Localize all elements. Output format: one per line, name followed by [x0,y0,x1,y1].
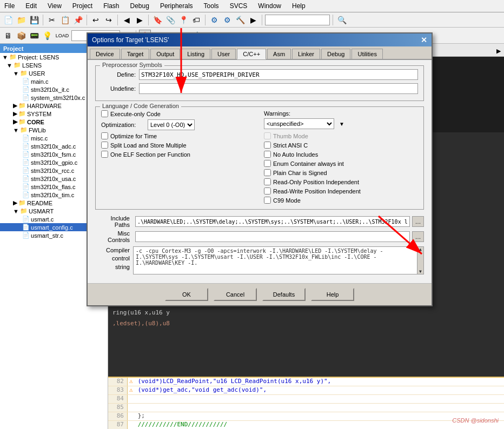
rw-pos-label: Read-Write Position Independent [273,188,361,195]
rw-pos-check[interactable] [264,187,271,195]
include-paths-label: IncludePaths [95,215,133,228]
c99-row: C99 Mode [264,197,418,204]
define-input[interactable] [139,69,418,80]
help-button[interactable]: Help [311,288,354,301]
misc-controls-input[interactable] [135,231,410,242]
compiler-string-text: -c -cpu Cortex-M3 -g -O0 -apcs=interwork… [136,248,383,266]
language-section: Language / Code Generation Execute-only … [95,106,424,210]
dialog-buttons: OK Cancel Defaults Help [88,283,432,305]
plain-char-row: Plain Char is Signed [264,169,418,176]
strict-ansi-row: Strict ANSI C [264,142,418,149]
split-load-row: Split Load and Store Multiple [101,142,255,149]
rw-pos-row: Read-Write Position Independent [264,187,418,195]
misc-controls-label: MiscControls [95,230,133,243]
include-browse-button[interactable]: … [412,216,424,227]
tab-linker[interactable]: Linker [292,49,320,59]
exec-only-check[interactable] [101,110,108,117]
undefine-input[interactable] [139,83,418,94]
undefine-label: Undefine: [101,85,139,92]
one-elf-row: One ELF Section per Function [101,151,255,158]
ok-button[interactable]: OK [165,288,208,301]
dialog-body: Preprocessor Symbols Define: Undefine: L… [88,60,432,283]
strict-ansi-label: Strict ANSI C [273,142,308,149]
tab-output[interactable]: Output [150,49,180,59]
options-dialog: Options for Target 'LSENS' ✕ Device Targ… [87,32,433,306]
misc-controls-row: MiscControls … [95,230,424,243]
compiler-scroll-up[interactable]: ▲ [419,247,422,252]
dialog-tabs: Device Target Output Listing User C/C++ … [88,46,432,60]
split-load-check[interactable] [101,142,108,149]
define-label: Define: [101,71,139,78]
exec-only-label: Execute-only Code [110,111,161,117]
c99-check[interactable] [264,197,271,204]
optimization-label: Optimization: [101,122,144,128]
misc-browse-button[interactable]: … [412,231,424,242]
no-auto-label: No Auto Includes [273,151,318,158]
opt-time-row: Optimize for Time [101,132,255,139]
exec-only-row: Execute-only Code [101,110,255,117]
thumb-mode-check[interactable] [264,132,271,139]
ro-pos-check[interactable] [264,178,271,185]
opt-time-check[interactable] [101,132,108,139]
defaults-button[interactable]: Defaults [262,288,306,301]
language-label: Language / Code Generation [100,103,181,109]
no-auto-check[interactable] [264,151,271,158]
enum-container-label: Enum Container always int [273,160,344,167]
strict-ansi-check[interactable] [264,142,271,149]
cancel-button[interactable]: Cancel [214,288,257,301]
no-auto-row: No Auto Includes [264,151,418,158]
ro-pos-label: Read-Only Position Independent [273,179,359,185]
include-paths-input[interactable] [135,216,410,227]
tab-device[interactable]: Device [90,49,120,59]
include-paths-section: IncludePaths … MiscControls … [95,215,424,243]
enum-container-check[interactable] [264,160,271,167]
right-options: Warnings: <unspecified> ▼ T [264,110,418,206]
compiler-string-box[interactable]: -c -cpu Cortex-M3 -g -O0 -apcs=interwork… [133,246,424,274]
split-load-label: Split Load and Store Multiple [110,142,187,149]
undefine-row: Undefine: [101,83,418,94]
one-elf-check[interactable] [101,151,108,158]
dialog-close-button[interactable]: ✕ [421,36,427,44]
ro-pos-row: Read-Only Position Independent [264,178,418,185]
c99-label: C99 Mode [273,197,301,204]
one-elf-label: One ELF Section per Function [110,151,190,158]
thumb-mode-row: Thumb Mode [264,132,418,139]
optimization-select[interactable]: Level 0 (-O0) Level 1 (-O1) Level 2 (-O2… [148,119,195,130]
warnings-dropdown[interactable]: ▼ [336,118,347,129]
warnings-section: Warnings: <unspecified> ▼ [264,110,418,129]
thumb-mode-label: Thumb Mode [273,133,308,139]
tab-utilities[interactable]: Utilities [352,49,382,59]
compiler-label: Compilercontrolstring [95,246,133,271]
dialog-title-text: Options for Target 'LSENS' [92,36,169,44]
preprocessor-label: Preprocessor Symbols [100,62,164,68]
opt-time-label: Optimize for Time [110,133,157,139]
warnings-label: Warnings: [264,110,290,117]
plain-char-label: Plain Char is Signed [273,170,327,176]
tab-asm[interactable]: Asm [267,49,291,59]
tab-user[interactable]: User [211,49,236,59]
define-row: Define: [101,69,418,80]
compiler-section: Compilercontrolstring -c -cpu Cortex-M3 … [95,246,424,274]
compiler-scroll-down[interactable]: ▼ [419,269,422,274]
tab-cc[interactable]: C/C++ [237,49,266,59]
tab-target[interactable]: Target [121,49,150,59]
tab-debug[interactable]: Debug [321,49,350,59]
optimization-row: Optimization: Level 0 (-O0) Level 1 (-O1… [101,119,255,130]
tab-listing[interactable]: Listing [181,49,210,59]
plain-char-check[interactable] [264,169,271,176]
include-paths-row: IncludePaths … [95,215,424,228]
dialog-overlay: Options for Target 'LSENS' ✕ Device Targ… [0,0,504,429]
left-options: Execute-only Code Optimization: Level 0 … [101,110,255,206]
warnings-select[interactable]: <unspecified> [264,118,334,129]
enum-container-row: Enum Container always int [264,160,418,167]
preprocessor-section: Preprocessor Symbols Define: Undefine: [95,65,424,101]
dialog-title-bar: Options for Target 'LSENS' ✕ [88,33,432,46]
